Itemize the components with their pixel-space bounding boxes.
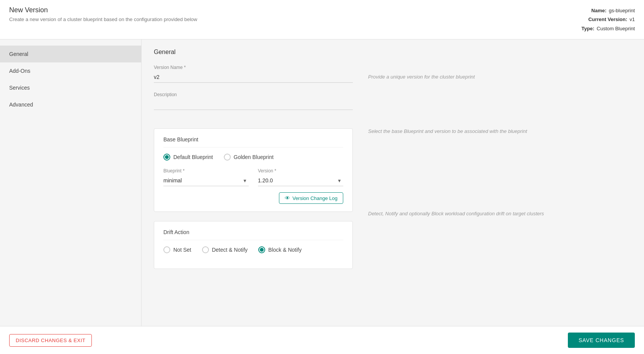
blueprint-hint-text: Select the base Blueprint and version to… <box>368 128 632 134</box>
meta-name-row: Name: gs-blueprint <box>582 6 635 15</box>
sidebar: General Add-Ons Services Advanced <box>0 39 142 326</box>
meta-type-value: Custom Blueprint <box>597 24 635 33</box>
discard-label: DISCARD CHANGES & EXIT <box>16 338 85 343</box>
blueprint-type-radio-group: Default Blueprint Golden Blueprint <box>163 154 343 161</box>
radio-golden-label: Golden Blueprint <box>234 154 274 160</box>
version-name-hint: Provide a unique version for the cluster… <box>368 65 632 119</box>
meta-name-label: Name: <box>591 6 607 15</box>
drift-action-title: Drift Action <box>163 229 343 240</box>
version-select[interactable]: 1.20.0 <box>258 175 343 186</box>
sidebar-item-advanced-label: Advanced <box>9 102 33 108</box>
radio-detect-notify[interactable]: Detect & Notify <box>202 246 248 253</box>
meta-version-value: v1 <box>629 15 635 24</box>
version-name-input[interactable] <box>154 72 353 83</box>
blueprint-hint: Select the base Blueprint and version to… <box>368 128 632 278</box>
radio-default-blueprint[interactable]: Default Blueprint <box>163 154 213 161</box>
main-layout: General Add-Ons Services Advanced Genera… <box>0 39 644 326</box>
meta-version-label: Current Version: <box>588 15 627 24</box>
eye-icon: 👁 <box>285 195 290 201</box>
header-left: New Version Create a new version of a cl… <box>9 6 197 22</box>
save-button[interactable]: SAVE CHANGES <box>568 333 635 348</box>
radio-block-notify-circle <box>258 246 265 253</box>
drift-action-card: Drift Action Not Set Detect & Notify <box>154 221 353 269</box>
blueprint-select-wrapper: minimal ▼ <box>163 175 249 186</box>
description-label: Description <box>154 92 353 97</box>
radio-detect-notify-label: Detect & Notify <box>212 247 248 253</box>
sidebar-item-services-label: Services <box>9 85 30 91</box>
radio-block-notify[interactable]: Block & Notify <box>258 246 302 253</box>
version-change-log-label: Version Change Log <box>292 195 337 201</box>
page-header: New Version Create a new version of a cl… <box>0 0 644 39</box>
sidebar-item-general[interactable]: General <box>0 46 141 62</box>
blueprint-select[interactable]: minimal <box>163 175 249 186</box>
radio-detect-notify-circle <box>202 246 209 253</box>
meta-type-label: Type: <box>582 24 595 33</box>
sidebar-item-services[interactable]: Services <box>0 79 141 96</box>
version-change-log-button[interactable]: 👁 Version Change Log <box>279 192 343 204</box>
description-group: Description <box>154 92 353 110</box>
version-select-label: Version * <box>258 168 343 174</box>
page-title: New Version <box>9 6 197 14</box>
base-blueprint-main: Base Blueprint Default Blueprint Golden … <box>154 128 353 278</box>
drift-radio-group: Not Set Detect & Notify Block & Notify <box>163 246 343 253</box>
meta-name-value: gs-blueprint <box>609 6 635 15</box>
sidebar-item-addons-label: Add-Ons <box>9 68 30 74</box>
radio-default-circle <box>163 154 170 161</box>
radio-golden-blueprint[interactable]: Golden Blueprint <box>224 154 274 161</box>
base-blueprint-section: Base Blueprint Default Blueprint Golden … <box>154 128 632 278</box>
radio-not-set-circle <box>163 246 170 253</box>
general-section-title: General <box>154 49 632 56</box>
version-name-group: Version Name * <box>154 65 353 83</box>
base-blueprint-title: Base Blueprint <box>163 136 343 148</box>
discard-button[interactable]: DISCARD CHANGES & EXIT <box>9 334 92 347</box>
meta-type-row: Type: Custom Blueprint <box>582 24 635 33</box>
version-select-wrapper: 1.20.0 ▼ <box>258 175 343 186</box>
drift-hint-text: Detect, Notify and optionally Block work… <box>368 211 632 216</box>
version-name-main: Version Name * Description <box>154 65 353 119</box>
version-name-label: Version Name * <box>154 65 353 70</box>
save-label: SAVE CHANGES <box>579 337 624 343</box>
blueprint-version-fields: Blueprint * minimal ▼ Version * <box>163 168 343 186</box>
radio-not-set[interactable]: Not Set <box>163 246 191 253</box>
page-subtitle: Create a new version of a cluster bluepr… <box>9 16 197 22</box>
version-field: Version * 1.20.0 ▼ <box>258 168 343 186</box>
description-input[interactable] <box>154 99 353 110</box>
sidebar-item-addons[interactable]: Add-Ons <box>0 62 141 79</box>
radio-default-label: Default Blueprint <box>173 154 213 160</box>
sidebar-item-general-label: General <box>9 51 28 57</box>
radio-block-notify-label: Block & Notify <box>268 247 302 253</box>
blueprint-field: Blueprint * minimal ▼ <box>163 168 249 186</box>
version-log-row: 👁 Version Change Log <box>163 192 343 204</box>
blueprint-select-label: Blueprint * <box>163 168 249 174</box>
header-meta: Name: gs-blueprint Current Version: v1 T… <box>582 6 635 33</box>
base-blueprint-card: Base Blueprint Default Blueprint Golden … <box>154 128 353 212</box>
sidebar-item-advanced[interactable]: Advanced <box>0 96 141 113</box>
content-area: General Version Name * Description Provi… <box>142 39 644 326</box>
footer: DISCARD CHANGES & EXIT SAVE CHANGES <box>0 326 644 354</box>
radio-golden-circle <box>224 154 231 161</box>
version-name-row: Version Name * Description Provide a uni… <box>154 65 632 119</box>
meta-version-row: Current Version: v1 <box>582 15 635 24</box>
radio-not-set-label: Not Set <box>173 247 191 253</box>
